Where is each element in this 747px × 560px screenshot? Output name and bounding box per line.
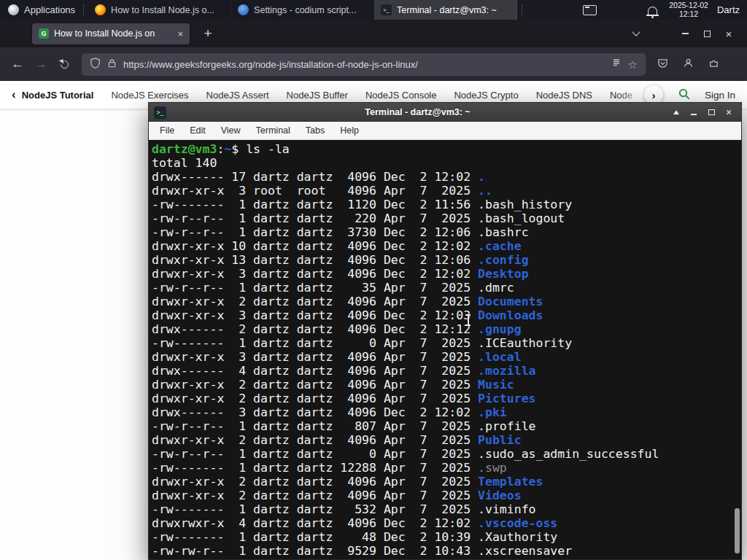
terminal-maximize-button[interactable] (704, 105, 719, 120)
new-tab-button[interactable]: + (198, 26, 217, 42)
nav-scroll-left-icon[interactable]: ‹ (12, 88, 16, 102)
back-button[interactable]: ← (6, 52, 29, 76)
terminal-window-controls: × (669, 105, 736, 120)
terminal-prompt-line: dartz@vm3:~$ ls -la (152, 142, 741, 156)
pocket-icon[interactable] (657, 58, 668, 71)
terminal-menu-view[interactable]: View (221, 125, 241, 136)
reader-view-icon[interactable] (611, 58, 622, 71)
site-nav-items: NodeJS TutorialNodeJS ExercisesNodeJS As… (22, 90, 632, 101)
directory-name: .cache (478, 239, 522, 253)
tracking-shield-icon[interactable] (90, 58, 101, 71)
applications-menu[interactable]: Applications (4, 0, 79, 20)
terminal-line: drwx------ 2 dartz dartz 4096 Dec 2 12:1… (152, 322, 741, 336)
terminal-menu-file[interactable]: File (160, 125, 174, 136)
window-close-button[interactable]: × (718, 23, 740, 44)
task-label: Settings - codium script... (254, 5, 367, 15)
directory-name: Documents (478, 295, 543, 308)
terminal-menu-edit[interactable]: Edit (190, 125, 206, 136)
terminal-line: -rw------- 1 dartz dartz 12288 Apr 7 202… (152, 461, 741, 475)
terminal-line: -rw------- 1 dartz dartz 1120 Dec 2 11:5… (152, 198, 741, 211)
file-name: .bash_history (478, 198, 572, 211)
url-text[interactable]: https://www.geeksforgeeks.org/node-js/in… (123, 59, 605, 70)
panel-user[interactable]: Dartz (717, 4, 740, 15)
taskbar-button[interactable]: How to Install Node.js o... (88, 0, 231, 20)
tray-terminal-icon[interactable] (583, 5, 597, 15)
site-nav-item[interactable]: NodeJS Crypto (454, 90, 518, 101)
site-nav-item[interactable]: NodeJS Buffer (287, 90, 348, 101)
directory-name: Music (478, 378, 514, 392)
file-name: .sudo_as_admin_successful (478, 447, 659, 461)
terminal-line: drwxr-xr-x 10 dartz dartz 4096 Dec 2 12:… (152, 239, 741, 253)
terminal-minimize-button[interactable] (686, 105, 701, 120)
task-label: Terminal - dartz@vm3: ~ (397, 5, 510, 15)
site-nav-item[interactable]: NodeJS Assert (206, 90, 269, 101)
site-search-icon[interactable] (678, 88, 690, 102)
sign-in-button[interactable]: Sign In (705, 90, 735, 101)
taskbar-button[interactable]: >_Terminal - dartz@vm3: ~ (374, 0, 517, 20)
terminal-close-button[interactable]: × (721, 105, 736, 120)
prompt-path: ~ (224, 142, 231, 156)
directory-name: Desktop (478, 267, 529, 281)
tab-close-icon[interactable]: × (177, 28, 183, 39)
file-name: .viminfo (478, 502, 535, 516)
directory-name: Downloads (478, 308, 543, 322)
clock-time: 12:12 (669, 10, 708, 19)
taskbar-button[interactable]: Settings - codium script... (231, 0, 374, 20)
browser-tab[interactable]: How to Install Node.js on × (32, 23, 190, 44)
terminal-window: >_ Terminal - dartz@vm3: ~ × FileEditVie… (148, 102, 742, 560)
extensions-puzzle-icon[interactable] (708, 58, 719, 71)
mouse-ibeam-cursor (465, 314, 471, 326)
window-maximize-button[interactable] (696, 23, 718, 44)
site-nav-item[interactable]: NodeJS Exercises (111, 90, 188, 101)
terminal-scrollbar-thumb[interactable] (735, 508, 740, 553)
list-all-tabs-icon[interactable] (632, 28, 640, 36)
bookmark-star-icon[interactable]: ☆ (628, 59, 638, 70)
directory-name: Templates (478, 475, 543, 489)
file-name: .swp (478, 461, 507, 475)
panel-clock[interactable]: 2025-12-02 12:12 (669, 1, 708, 18)
file-name: .profile (478, 419, 535, 433)
terminal-screen[interactable]: dartz@vm3:~$ ls -la total 140drwx------ … (149, 140, 741, 559)
terminal-line: -rw-r--r-- 1 dartz dartz 0 Apr 7 2025 .s… (152, 447, 741, 461)
terminal-line: drwxrwxr-x 4 dartz dartz 4096 Dec 2 12:0… (152, 516, 741, 530)
prompt-separator: : (217, 142, 224, 156)
prompt-user-host: dartz@vm3 (152, 142, 217, 156)
directory-name: .pki (478, 405, 507, 419)
terminal-menu-terminal[interactable]: Terminal (256, 125, 290, 136)
lock-icon[interactable] (107, 58, 117, 71)
directory-name: .config (478, 253, 529, 267)
browser-toolbar: ← → https://www.geeksforgeeks.org/node-j… (0, 47, 747, 81)
terminal-line: drwxr-xr-x 2 dartz dartz 4096 Apr 7 2025… (152, 295, 741, 308)
terminal-line: -rw-r--r-- 1 dartz dartz 807 Apr 7 2025 … (152, 419, 741, 433)
terminal-titlebar[interactable]: >_ Terminal - dartz@vm3: ~ × (149, 103, 741, 122)
terminal-line: drwx------ 3 dartz dartz 4096 Dec 2 12:0… (152, 405, 741, 419)
terminal-line: drwxr-xr-x 3 dartz dartz 4096 Dec 2 12:0… (152, 267, 741, 281)
terminal-line: -rw------- 1 dartz dartz 532 Apr 7 2025 … (152, 502, 741, 516)
site-nav-item[interactable]: NodeJS Tutorial (22, 90, 94, 101)
reload-button[interactable] (53, 52, 76, 76)
panel-tasklist: How to Install Node.js o...Settings - co… (88, 0, 517, 20)
terminal-line: -rw-rw-r-- 1 dartz dartz 9529 Dec 2 10:4… (152, 544, 741, 558)
terminal-menu-tabs[interactable]: Tabs (306, 125, 325, 136)
panel-separator (83, 4, 84, 16)
site-nav-item[interactable]: NodeJS Console (365, 90, 437, 101)
directory-name: .vscode-oss (478, 516, 557, 530)
window-minimize-button[interactable] (674, 23, 696, 44)
site-nav-item[interactable]: NodeJS DNS (536, 90, 592, 101)
task-label: How to Install Node.js o... (111, 5, 224, 15)
directory-name: Videos (478, 489, 522, 502)
firefox-icon (95, 4, 106, 15)
terminal-shade-button[interactable] (669, 105, 684, 120)
forward-button[interactable]: → (29, 52, 53, 76)
terminal-line: -rw------- 1 dartz dartz 0 Apr 7 2025 .I… (152, 336, 741, 350)
directory-name: . (478, 170, 485, 184)
url-bar[interactable]: https://www.geeksforgeeks.org/node-js/in… (82, 53, 646, 76)
terminal-line: drwxr-xr-x 2 dartz dartz 4096 Apr 7 2025… (152, 489, 741, 502)
directory-name: Pictures (478, 392, 535, 405)
terminal-line: -rw------- 1 dartz dartz 48 Dec 2 10:39 … (152, 530, 741, 544)
notification-bell-icon[interactable] (648, 7, 657, 15)
terminal-menu-help[interactable]: Help (340, 125, 359, 136)
prompt-command: ls -la (246, 142, 290, 156)
account-icon[interactable] (683, 58, 694, 71)
terminal-line: drwx------ 17 dartz dartz 4096 Dec 2 12:… (152, 170, 741, 184)
